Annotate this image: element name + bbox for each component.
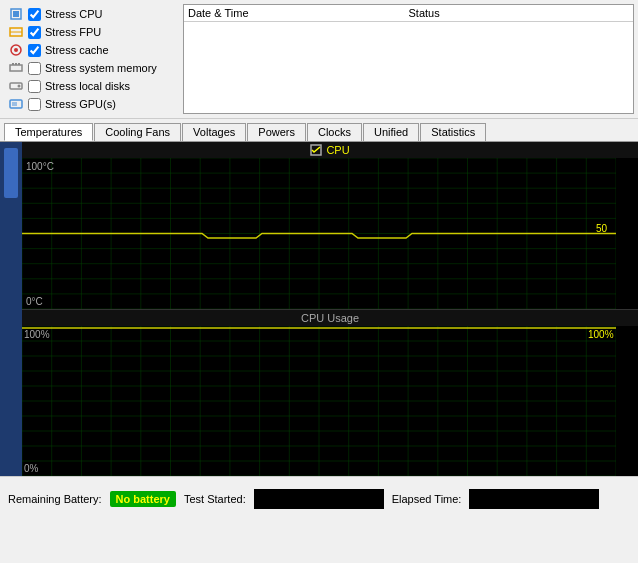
stress-cpu-checkbox[interactable] [28,8,41,21]
svg-point-11 [18,85,21,88]
top-section: Stress CPU Stress FPU Stress cache [0,0,638,119]
charts-column: CPU CPU Usage [22,142,638,476]
svg-rect-8 [15,63,17,65]
cache-icon [8,42,24,58]
stress-disks-checkbox[interactable] [28,80,41,93]
tabs-bar: Temperatures Cooling Fans Voltages Power… [0,119,638,142]
bottom-bar: Remaining Battery: No battery Test Start… [0,476,638,521]
temp-cpu-label: CPU [326,144,349,156]
stress-cache-item: Stress cache [8,42,175,58]
stress-cache-checkbox[interactable] [28,44,41,57]
svg-rect-1 [13,11,19,17]
tab-powers[interactable]: Powers [247,123,306,141]
battery-label: Remaining Battery: [8,493,102,505]
stress-memory-label: Stress system memory [45,62,157,74]
stress-cpu-item: Stress CPU [8,6,175,22]
memory-icon [8,60,24,76]
stress-fpu-label: Stress FPU [45,26,101,38]
stress-gpu-item: Stress GPU(s) [8,96,175,112]
log-date-header: Date & Time [188,7,409,19]
svg-rect-7 [12,63,14,65]
stress-options-panel: Stress CPU Stress FPU Stress cache [4,4,179,114]
svg-rect-6 [10,65,22,71]
cpu-checkbox-icon [310,144,322,156]
stress-memory-checkbox[interactable] [28,62,41,75]
svg-rect-13 [12,102,17,106]
tab-cooling[interactable]: Cooling Fans [94,123,181,141]
battery-value-badge: No battery [110,491,176,507]
charts-area: CPU CPU Usage [0,142,638,476]
test-started-value [254,489,384,509]
tab-statistics[interactable]: Statistics [420,123,486,141]
gpu-icon [8,96,24,112]
elapsed-value [469,489,599,509]
svg-point-5 [14,48,18,52]
cpu-icon [8,6,24,22]
stress-gpu-checkbox[interactable] [28,98,41,111]
temp-chart-panel: CPU [22,142,638,310]
stress-fpu-item: Stress FPU [8,24,175,40]
stress-gpu-label: Stress GPU(s) [45,98,116,110]
tab-voltages[interactable]: Voltages [182,123,246,141]
tab-unified[interactable]: Unified [363,123,419,141]
side-indicator [4,148,18,198]
usage-chart-panel: CPU Usage [22,310,638,476]
elapsed-label: Elapsed Time: [392,493,462,505]
usage-chart-canvas [22,326,616,476]
tab-temperatures[interactable]: Temperatures [4,123,93,141]
tab-clocks[interactable]: Clocks [307,123,362,141]
stress-fpu-checkbox[interactable] [28,26,41,39]
stress-cpu-label: Stress CPU [45,8,102,20]
disk-icon [8,78,24,94]
svg-rect-9 [18,63,20,65]
fpu-icon [8,24,24,40]
usage-chart-title: CPU Usage [22,310,638,326]
temp-chart-title: CPU [22,142,638,158]
log-table: Date & Time Status [183,4,634,114]
log-status-header: Status [409,7,630,19]
test-started-label: Test Started: [184,493,246,505]
temp-chart-canvas [22,158,616,309]
log-table-header: Date & Time Status [184,5,633,22]
stress-disks-label: Stress local disks [45,80,130,92]
stress-cache-label: Stress cache [45,44,109,56]
side-panel [0,142,22,476]
stress-disks-item: Stress local disks [8,78,175,94]
stress-memory-item: Stress system memory [8,60,175,76]
